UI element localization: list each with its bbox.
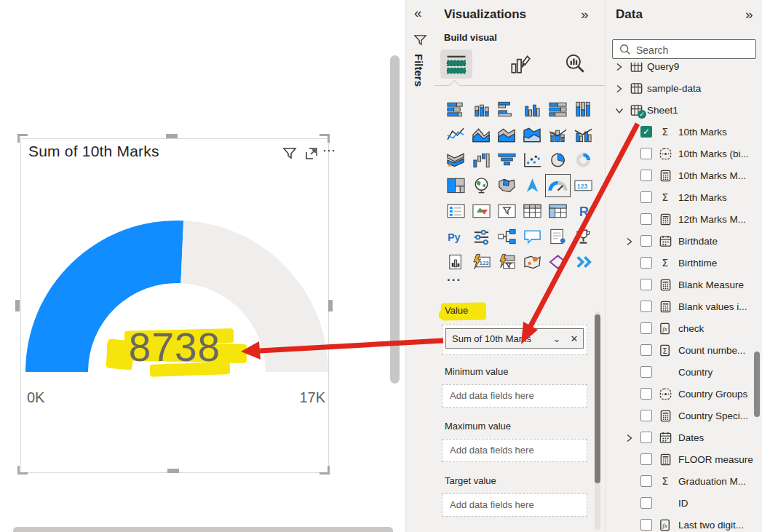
gauge-icon[interactable] bbox=[548, 177, 568, 194]
field-checkbox[interactable] bbox=[640, 366, 652, 378]
expand-filters-icon[interactable]: « bbox=[414, 6, 422, 20]
field-row-dates[interactable]: Dates bbox=[606, 427, 762, 449]
field-row-country-speci-[interactable]: Country Speci... bbox=[606, 405, 762, 427]
field-row-floor-measure[interactable]: FLOOR measure bbox=[606, 449, 762, 471]
100-stacked-area-chart-icon[interactable] bbox=[523, 126, 542, 143]
field-checkbox[interactable] bbox=[640, 344, 652, 356]
field-row-last-two-digit-[interactable]: fxLast two digit... bbox=[606, 515, 762, 532]
field-pill-remove-icon[interactable]: ✕ bbox=[565, 333, 583, 344]
matrix-icon[interactable] bbox=[548, 202, 568, 220]
treemap-icon[interactable] bbox=[446, 177, 466, 194]
tab-format-visual[interactable] bbox=[504, 49, 536, 79]
field-checkbox[interactable] bbox=[640, 235, 652, 247]
field-row-birthtime[interactable]: ΣBirthtime bbox=[606, 253, 762, 274]
field-checkbox[interactable] bbox=[640, 148, 652, 159]
collapse-data-pane-icon[interactable]: » bbox=[745, 7, 753, 21]
100-stacked-column-chart-icon[interactable] bbox=[574, 100, 593, 118]
field-checkbox[interactable] bbox=[640, 410, 652, 421]
field-row-graduation-m-[interactable]: ΣGraduation M... bbox=[606, 471, 762, 493]
field-checkbox[interactable] bbox=[640, 279, 652, 290]
field-row-birthdate[interactable]: Birthdate bbox=[606, 231, 762, 253]
well-minimum-value[interactable]: Add data fields here bbox=[442, 384, 587, 408]
azure-map-icon[interactable] bbox=[523, 177, 542, 194]
line-and-stacked-column-chart-icon[interactable] bbox=[548, 126, 568, 143]
field-row-check[interactable]: fxcheck bbox=[606, 318, 762, 340]
decomposition-tree-icon[interactable] bbox=[497, 228, 517, 245]
chevron-right-icon[interactable] bbox=[615, 84, 624, 93]
field-checkbox[interactable] bbox=[640, 301, 652, 312]
chevron-right-icon[interactable] bbox=[625, 434, 634, 442]
field-row-count-numbe-[interactable]: ΣxCount numbe... bbox=[606, 340, 762, 362]
table-row-sheet1[interactable]: ✓Sheet1 bbox=[606, 100, 762, 122]
field-pill-chevron-down-icon[interactable]: ⌄ bbox=[548, 333, 565, 344]
field-row-10th-marks[interactable]: ✓Σ10th Marks bbox=[606, 122, 762, 143]
get-more-visuals-button[interactable]: ... bbox=[447, 270, 461, 285]
line-and-clustered-column-chart-icon[interactable] bbox=[574, 126, 593, 143]
donut-chart-icon[interactable] bbox=[574, 151, 593, 169]
clustered-bar-chart-icon[interactable] bbox=[497, 100, 517, 118]
button-slicer-icon[interactable] bbox=[472, 228, 491, 245]
field-checkbox[interactable] bbox=[640, 191, 652, 203]
lightning-slicer-icon[interactable] bbox=[497, 253, 517, 271]
metrics-icon[interactable] bbox=[574, 228, 593, 245]
gauge-visual-container[interactable]: Sum of 10th Marks ⋯ 8738 0K 17K bbox=[20, 138, 329, 473]
well-maximum-value[interactable]: Add data fields here bbox=[442, 439, 587, 462]
smart-narrative-icon[interactable] bbox=[548, 228, 568, 245]
power-automate-icon[interactable] bbox=[574, 253, 593, 271]
field-checkbox[interactable] bbox=[640, 213, 652, 225]
canvas-vertical-scrollbar[interactable] bbox=[390, 55, 400, 384]
lightning-card-icon[interactable]: 123 bbox=[472, 253, 491, 271]
field-checkbox[interactable] bbox=[640, 322, 652, 334]
field-row-12th-marks[interactable]: Σ12th Marks bbox=[606, 187, 762, 209]
map-icon[interactable] bbox=[472, 177, 491, 194]
field-checkbox[interactable] bbox=[640, 475, 652, 487]
area-chart-icon[interactable] bbox=[472, 126, 491, 143]
field-checkbox[interactable] bbox=[640, 453, 652, 465]
field-checkbox[interactable] bbox=[640, 170, 652, 181]
field-row-blank-values-i-[interactable]: Blank values i... bbox=[606, 296, 762, 318]
field-checkbox[interactable] bbox=[640, 519, 652, 531]
stacked-column-chart-icon[interactable] bbox=[472, 100, 491, 118]
field-row-id[interactable]: ID bbox=[606, 493, 762, 515]
table-icon[interactable] bbox=[523, 202, 542, 220]
field-checkbox[interactable] bbox=[640, 257, 652, 269]
tab-analytics[interactable] bbox=[559, 49, 591, 79]
scatter-chart-icon[interactable] bbox=[523, 151, 542, 169]
search-input[interactable] bbox=[635, 41, 754, 58]
table-row-sample-data[interactable]: sample-data bbox=[606, 78, 762, 100]
field-checkbox[interactable]: ✓ bbox=[640, 126, 652, 138]
field-row-blank-measure[interactable]: Blank Measure bbox=[606, 274, 762, 296]
python-script-icon[interactable]: Py bbox=[446, 228, 466, 245]
slicer-icon[interactable] bbox=[497, 202, 517, 220]
chevron-down-icon[interactable] bbox=[615, 106, 624, 115]
visualizations-scrollbar-thumb[interactable] bbox=[595, 314, 600, 483]
data-pane-scrollbar-thumb[interactable] bbox=[754, 352, 760, 417]
stacked-area-chart-icon[interactable] bbox=[497, 126, 517, 143]
clustered-column-chart-icon[interactable] bbox=[523, 100, 542, 118]
chevron-right-icon[interactable] bbox=[625, 237, 634, 246]
field-row-country[interactable]: Country bbox=[606, 362, 762, 384]
field-row-country-groups[interactable]: Country Groups bbox=[606, 384, 762, 405]
tab-build-visual[interactable] bbox=[440, 49, 472, 79]
r-script-icon[interactable]: R bbox=[574, 202, 593, 220]
chevron-right-icon[interactable] bbox=[615, 63, 624, 71]
multi-row-card-icon[interactable] bbox=[446, 202, 466, 220]
field-checkbox[interactable] bbox=[640, 497, 652, 509]
collapse-visualizations-icon[interactable]: » bbox=[581, 7, 589, 21]
table-row-query9[interactable]: Query9 bbox=[606, 63, 762, 78]
stacked-bar-chart-icon[interactable] bbox=[446, 100, 466, 118]
filled-map-icon[interactable] bbox=[497, 177, 517, 194]
filters-pane-title[interactable]: Filters bbox=[413, 54, 425, 87]
paginated-report-icon[interactable] bbox=[446, 253, 466, 271]
field-pill[interactable]: Sum of 10th Marks⌄✕ bbox=[445, 328, 584, 349]
power-apps-icon[interactable] bbox=[548, 253, 568, 271]
arcgis-map-icon[interactable] bbox=[523, 253, 542, 271]
field-row-12th-marks-m-[interactable]: 12th Marks M... bbox=[606, 209, 762, 231]
ribbon-chart-icon[interactable] bbox=[446, 151, 466, 169]
q-and-a-icon[interactable] bbox=[523, 228, 542, 245]
line-chart-icon[interactable] bbox=[446, 126, 466, 143]
canvas-horizontal-scrollbar[interactable] bbox=[13, 527, 393, 532]
waterfall-chart-icon[interactable] bbox=[472, 151, 491, 169]
field-row-10th-marks-bi-[interactable]: 10th Marks (bi... bbox=[606, 143, 762, 165]
well-target-value[interactable]: Add data fields here bbox=[442, 493, 587, 517]
